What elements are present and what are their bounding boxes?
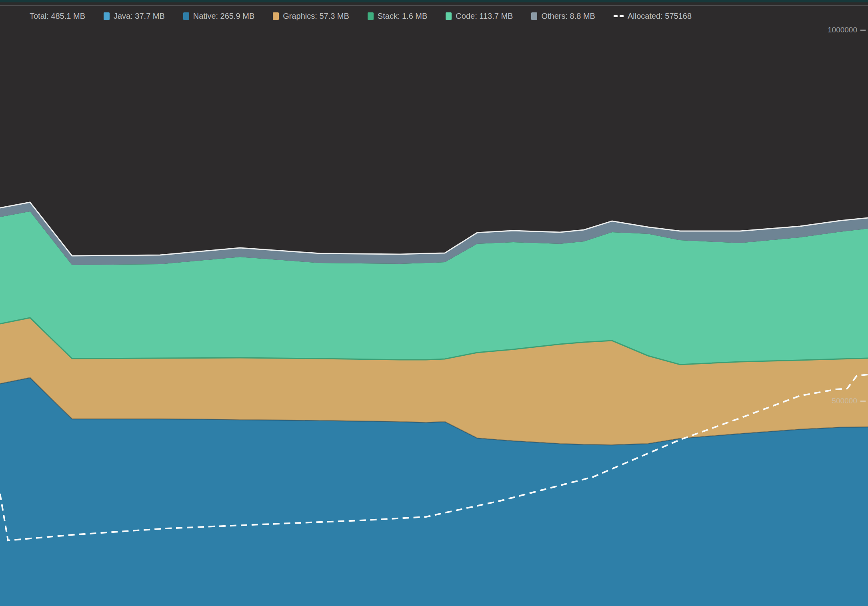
legend-label-others: Others: 8.8 MB [541,12,595,21]
java-swatch-icon [104,12,110,20]
legend-label-total: Total: 485.1 MB [30,12,85,21]
tick-dash-icon [860,401,866,402]
legend-item-code: Code: 113.7 MB [446,12,513,21]
legend-label-java: Java: 37.7 MB [114,12,165,21]
legend-label-stack: Stack: 1.6 MB [378,12,428,21]
legend-item-total: Total: 485.1 MB [30,12,85,21]
others-swatch-icon [531,12,537,20]
code-swatch-icon [446,12,452,20]
legend-item-stack: Stack: 1.6 MB [368,12,428,21]
right-axis-tick-500000: 500000 [832,397,866,405]
legend-item-graphics: Graphics: 57.3 MB [273,12,349,21]
memory-profiler-panel: Total: 485.1 MB Java: 37.7 MB Native: 26… [0,0,868,606]
legend-label-allocated: Allocated: 575168 [628,12,692,21]
legend-item-native: Native: 265.9 MB [183,12,254,21]
legend-item-allocated: Allocated: 575168 [614,12,692,21]
right-axis-tick-1000000: 1000000 [828,26,866,34]
legend-label-native: Native: 265.9 MB [193,12,254,21]
tick-label-500000: 500000 [832,397,857,405]
legend-label-code: Code: 113.7 MB [456,12,513,21]
legend-label-graphics: Graphics: 57.3 MB [283,12,349,21]
tick-label-1000000: 1000000 [828,26,857,34]
stack-swatch-icon [368,12,374,20]
tick-dash-icon [860,30,866,31]
chart-legend: Total: 485.1 MB Java: 37.7 MB Native: 26… [30,10,852,22]
graphics-swatch-icon [273,12,279,20]
native-swatch-icon [183,12,189,20]
legend-item-others: Others: 8.8 MB [531,12,595,21]
allocated-dash-icon [614,15,624,17]
memory-usage-area-chart[interactable] [0,0,868,606]
legend-item-java: Java: 37.7 MB [104,12,165,21]
